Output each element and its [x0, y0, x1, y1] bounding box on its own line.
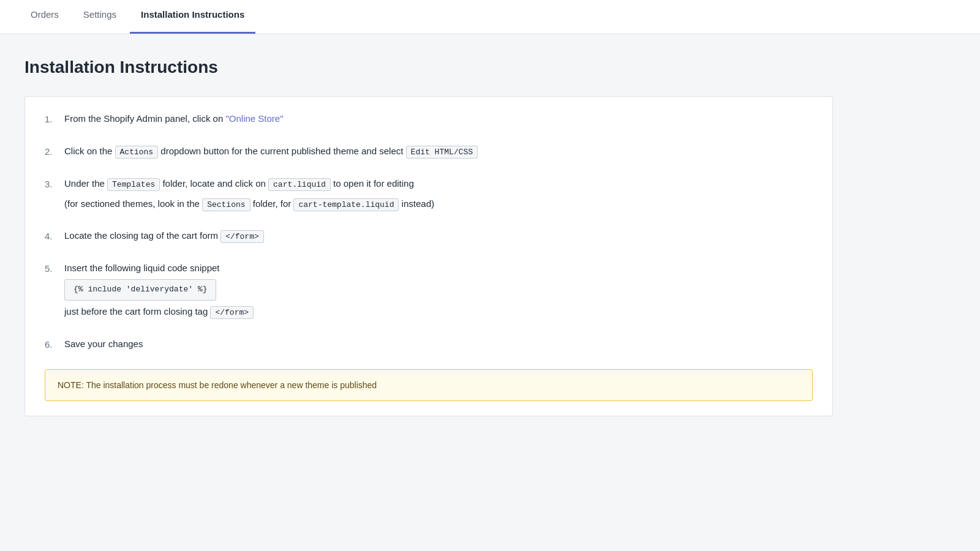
step-3-main: Under the Templates folder, locate and c…: [64, 176, 813, 192]
step-6-content: Save your changes: [64, 337, 813, 351]
step-3-content: Under the Templates folder, locate and c…: [64, 176, 813, 212]
step-1-text-before: From the Shopify Admin panel, click on: [64, 113, 225, 124]
step-2-number: 2.: [45, 144, 64, 159]
tab-installation-instructions[interactable]: Installation Instructions: [130, 0, 255, 34]
step-2-text-middle: dropdown button for the current publishe…: [158, 146, 405, 156]
step-2-code2: Edit HTML/CSS: [406, 146, 478, 159]
step-6: 6. Save your changes: [45, 337, 813, 352]
step-2-code1: Actions: [115, 146, 159, 159]
step-3-sub-code1: Sections: [202, 198, 250, 211]
step-5-text-before: Insert the following liquid code snippet: [64, 261, 813, 276]
step-4-text-before: Locate the closing tag of the cart form: [64, 230, 221, 241]
step-4-content: Locate the closing tag of the cart form …: [64, 228, 813, 244]
step-5-content: Insert the following liquid code snippet…: [64, 261, 813, 320]
step-2-content: Click on the Actions dropdown button for…: [64, 144, 813, 159]
step-6-text: Save your changes: [64, 339, 143, 349]
online-store-link[interactable]: "Online Store": [225, 113, 283, 124]
step-5-note-code: </form>: [210, 306, 254, 319]
step-2-text-before: Click on the: [64, 146, 115, 156]
step-3-text-after: to open it for editing: [331, 178, 414, 189]
step-5-code-block: {% include 'deliverydate' %}: [64, 279, 216, 301]
step-3-sub-note-text: (for sectioned themes, look in the: [64, 198, 202, 209]
page-title: Installation Instructions: [24, 54, 833, 81]
step-4: 4. Locate the closing tag of the cart fo…: [45, 228, 813, 244]
tab-orders[interactable]: Orders: [20, 0, 70, 34]
step-1-number: 1.: [45, 111, 64, 127]
step-6-number: 6.: [45, 337, 64, 352]
step-3-sub-note: (for sectioned themes, look in the Secti…: [64, 197, 813, 212]
step-4-number: 4.: [45, 228, 64, 244]
step-3: 3. Under the Templates folder, locate an…: [45, 176, 813, 212]
main-content: Installation Instructions 1. From the Sh…: [0, 34, 858, 436]
step-2: 2. Click on the Actions dropdown button …: [45, 144, 813, 159]
step-3-sub-note-text2: folder, for: [251, 198, 294, 209]
step-1-content: From the Shopify Admin panel, click on "…: [64, 111, 813, 126]
tab-bar: Orders Settings Installation Instruction…: [0, 0, 980, 34]
step-1: 1. From the Shopify Admin panel, click o…: [45, 111, 813, 127]
instructions-container: 1. From the Shopify Admin panel, click o…: [24, 96, 833, 417]
step-3-sub-code2: cart-template.liquid: [293, 198, 399, 211]
step-3-sub-note-text3: instead): [399, 198, 434, 209]
step-3-code1: Templates: [107, 178, 160, 191]
note-text: NOTE: The installation process must be r…: [58, 380, 377, 390]
step-5: 5. Insert the following liquid code snip…: [45, 261, 813, 320]
step-4-code1: </form>: [221, 230, 264, 243]
step-3-code2: cart.liquid: [268, 178, 331, 191]
note-box: NOTE: The installation process must be r…: [45, 369, 813, 401]
step-3-number: 3.: [45, 176, 64, 192]
tab-settings[interactable]: Settings: [72, 0, 127, 34]
step-3-text-before: Under the: [64, 178, 107, 189]
step-5-note-before: just before the cart form closing tag: [64, 306, 210, 317]
step-5-note: just before the cart form closing tag </…: [64, 304, 813, 320]
step-5-number: 5.: [45, 261, 64, 276]
step-3-text-middle: folder, locate and click on: [160, 178, 268, 189]
